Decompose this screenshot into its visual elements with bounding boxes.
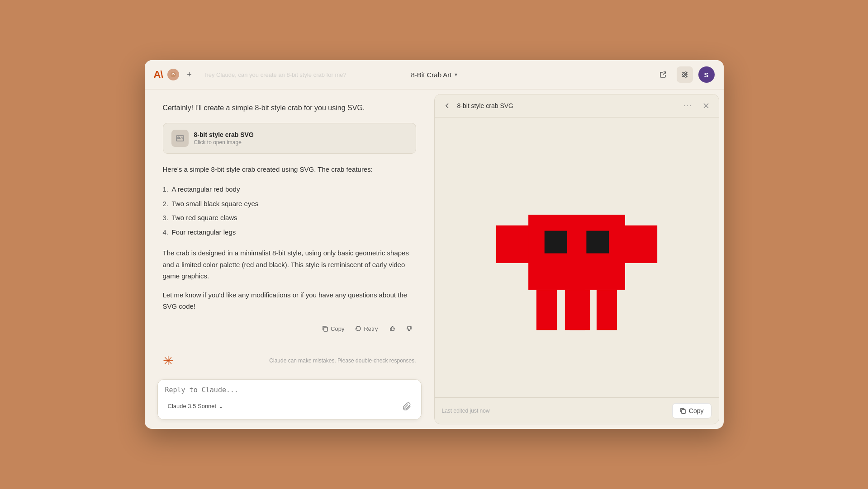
svg-rect-20 xyxy=(596,290,617,330)
message-intro: Certainly! I'll create a simple 8-bit st… xyxy=(163,102,416,114)
claude-footer-area: ✳ Claude can make mistakes. Please doubl… xyxy=(145,349,434,375)
list-item: Two red square claws xyxy=(163,211,416,225)
preview-header: 8-bit style crab SVG ··· xyxy=(435,94,719,118)
chat-messages: Certainly! I'll create a simple 8-bit st… xyxy=(145,89,434,349)
svg-rect-15 xyxy=(544,230,567,253)
claude-logo-mark: ✳ xyxy=(163,353,173,368)
preview-more-button[interactable]: ··· xyxy=(680,100,696,112)
header-left: A\ + hey Claude, can you create an 8-bit… xyxy=(154,69,406,81)
attach-button[interactable] xyxy=(400,400,414,413)
preview-back-button[interactable] xyxy=(442,100,453,111)
anthropic-logo: A\ xyxy=(154,69,163,80)
app-window: A\ + hey Claude, can you create an 8-bit… xyxy=(145,60,724,429)
settings-button[interactable] xyxy=(677,66,693,83)
preview-content xyxy=(435,118,719,397)
message-description: Here's a simple 8-bit style crab created… xyxy=(163,164,416,175)
message-actions: Copy Retry xyxy=(163,320,416,342)
svg-rect-14 xyxy=(528,215,625,290)
last-edited-text: Last edited just now xyxy=(442,408,490,414)
svg-rect-21 xyxy=(682,409,685,414)
user-avatar[interactable]: S xyxy=(698,66,715,83)
artifact-info: 8-bit style crab SVG Click to open image xyxy=(194,131,254,146)
svg-rect-19 xyxy=(569,290,590,330)
crab-container xyxy=(444,127,710,388)
thumbs-up-icon xyxy=(389,325,395,332)
list-item: A rectangular red body xyxy=(163,182,416,197)
preview-panel: 8-bit style crab SVG ··· xyxy=(434,94,719,424)
header: A\ + hey Claude, can you create an 8-bit… xyxy=(145,60,724,89)
copy-button[interactable]: Copy xyxy=(318,323,348,334)
model-selector-button[interactable]: Claude 3.5 Sonnet ⌄ xyxy=(165,401,227,411)
header-center[interactable]: 8-Bit Crab Art ▾ xyxy=(411,71,457,79)
header-search-text: hey Claude, can you create an 8-bit styl… xyxy=(200,69,372,81)
claude-avatar-small xyxy=(167,69,179,80)
preview-copy-icon xyxy=(680,408,686,414)
reply-input[interactable] xyxy=(165,386,414,394)
preview-close-button[interactable] xyxy=(701,100,711,111)
preview-title: 8-bit style crab SVG xyxy=(457,102,676,109)
svg-rect-17 xyxy=(536,290,556,330)
disclaimer-text: Claude can make mistakes. Please double-… xyxy=(269,357,416,364)
crab-svg xyxy=(482,172,672,343)
list-item: Four rectangular legs xyxy=(163,225,416,240)
input-box: Claude 3.5 Sonnet ⌄ xyxy=(157,379,422,420)
svg-rect-16 xyxy=(586,230,609,253)
preview-footer: Last edited just now Copy xyxy=(435,397,719,424)
thumbs-down-button[interactable] xyxy=(403,323,416,334)
message-paragraph-2: Let me know if you'd like any modificati… xyxy=(163,289,416,312)
share-button[interactable] xyxy=(655,66,671,83)
artifact-subtitle: Click to open image xyxy=(194,139,254,146)
features-list: A rectangular red body Two small black s… xyxy=(163,182,416,239)
chat-panel: Certainly! I'll create a simple 8-bit st… xyxy=(145,89,434,429)
attach-icon xyxy=(403,402,411,410)
preview-copy-button[interactable]: Copy xyxy=(672,403,711,418)
back-arrow-icon xyxy=(444,102,451,109)
svg-point-6 xyxy=(685,75,687,77)
more-dots-icon: ··· xyxy=(683,102,692,109)
artifact-card[interactable]: 8-bit style crab SVG Click to open image xyxy=(163,123,416,154)
thumbs-down-icon xyxy=(406,325,413,332)
input-bottom: Claude 3.5 Sonnet ⌄ xyxy=(165,400,414,413)
input-area: Claude 3.5 Sonnet ⌄ xyxy=(145,375,434,429)
svg-point-0 xyxy=(171,72,176,77)
header-right: S xyxy=(463,66,715,83)
svg-rect-9 xyxy=(324,327,327,331)
svg-point-5 xyxy=(683,74,684,75)
list-item: Two small black square eyes xyxy=(163,197,416,211)
svg-point-4 xyxy=(685,72,687,74)
message-paragraph-1: The crab is designed in a minimalist 8-b… xyxy=(163,247,416,282)
artifact-icon xyxy=(171,130,189,147)
main-content: Certainly! I'll create a simple 8-bit st… xyxy=(145,89,724,429)
new-chat-button[interactable]: + xyxy=(184,69,195,80)
title-chevron-icon: ▾ xyxy=(455,71,457,78)
retry-button[interactable]: Retry xyxy=(351,323,381,334)
retry-icon xyxy=(355,325,361,332)
thumbs-up-button[interactable] xyxy=(385,323,399,334)
conversation-title: 8-Bit Crab Art xyxy=(411,71,451,79)
artifact-title: 8-bit style crab SVG xyxy=(194,131,254,138)
copy-icon xyxy=(322,325,328,332)
close-icon xyxy=(702,102,710,109)
